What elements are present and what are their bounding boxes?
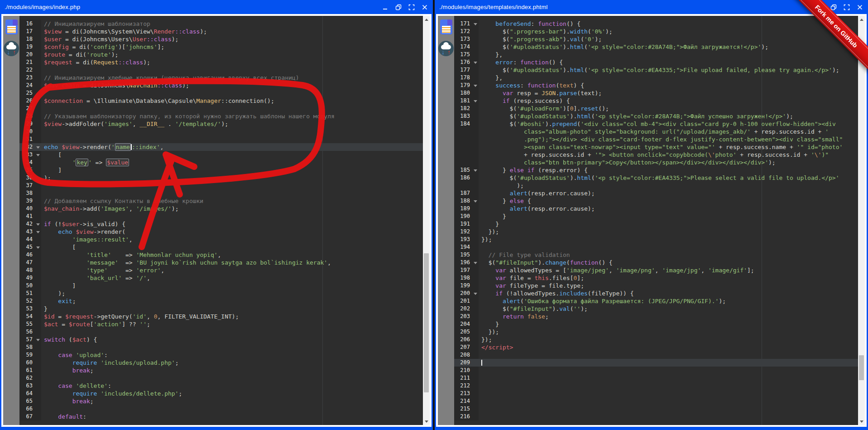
line-number: 188 [454,197,472,205]
fold-marker-icon[interactable] [472,290,479,297]
code-line: 203 return false; [454,313,858,320]
left-window-title: ./modules/images/index.php [5,4,382,10]
code-text: $(".progress-bar").width('0%'); [479,28,613,35]
code-text: $request = di(Request::class); [41,58,150,66]
code-text: $('#uploadStatus').html('<p style="color… [479,66,839,74]
code-line: .png");"></div> <div class="card-footer … [454,135,858,143]
code-line: 31 [19,135,423,143]
left-titlebar: ./modules/images/index.php [0,0,433,14]
line-number: 30 [19,128,35,135]
code-text [479,405,481,413]
scrollbar-thumb[interactable] [424,253,429,392]
line-number: 185 [454,166,472,174]
code-line: 35 ] [19,166,423,174]
code-line: class="btn btn-primary">Copy</button></s… [454,159,858,166]
code-text: alert('Ошибка формата файла Разрешается:… [479,297,726,305]
fold-gutter [472,236,479,243]
restore-button[interactable] [395,4,402,11]
code-text [41,182,44,189]
fork-me-link[interactable]: Fork me on GitHub [789,0,868,74]
left-window-frame: ↑↓ 16// Инициализируем шаблонизатор17$vi… [0,14,433,430]
scrollbar-thumb[interactable] [859,355,864,380]
fold-marker-icon[interactable] [472,97,479,105]
line-number: 66 [19,405,35,413]
fold-marker-icon[interactable] [472,58,479,66]
scroll-down-arrow-icon[interactable] [423,418,430,425]
fold-marker-icon[interactable] [472,166,479,174]
code-line: 210 [454,367,858,374]
code-text: [ [41,243,76,251]
line-number: 181 [454,97,472,105]
code-line: 207</script> [454,343,858,351]
line-number: 205 [454,328,472,336]
code-text: alert(resp.error.cause); [479,205,595,213]
code-text: error: function() { [479,58,563,66]
code-line: 39// Добавляем ссылку Контакты в хлебные… [19,197,423,205]
code-line: 18$user = di(Johncms\Users\User::class); [19,35,423,43]
code-text: ); [41,174,51,182]
line-number: 62 [19,374,35,382]
code-line: 201 alert('Ошибка формата файла Разрешае… [454,297,858,305]
fullscreen-button[interactable] [408,4,415,11]
code-line: 196 $("#fileInput").change(function() { [454,259,858,266]
code-line: 37 [19,182,423,189]
line-number: 56 [19,328,35,336]
line-number: 209 [454,359,472,367]
code-line: 64 require 'includes/dellete.php'; [19,390,423,397]
code-text: if (resp.success) { [479,97,570,105]
code-line: 30 [19,128,423,135]
line-number: 187 [454,189,472,197]
line-number: 198 [454,274,472,282]
scroll-down-arrow-icon[interactable] [858,418,865,425]
code-line: 50 ] [19,282,423,290]
fold-marker-icon[interactable] [35,143,41,151]
code-line: 17$view = di(Johncms\System\View\Render:… [19,28,423,35]
line-number: 197 [454,266,472,274]
code-text [41,189,44,197]
close-button[interactable] [421,4,428,11]
fold-marker-icon[interactable] [472,259,479,266]
left-code-editor[interactable]: 16// Инициализируем шаблонизатор17$view … [19,16,423,425]
code-line: 19$config = di('config')['johncms']; [19,43,423,51]
fold-gutter [35,213,41,220]
line-number: 194 [454,243,472,251]
fold-marker-icon[interactable] [472,197,479,205]
minimize-button[interactable] [382,4,389,11]
code-text [479,351,481,359]
fold-marker-icon[interactable] [35,243,41,251]
fold-gutter [35,328,41,336]
line-number: 67 [19,413,35,420]
save-icon[interactable] [5,19,18,34]
save-icon[interactable] [440,19,452,34]
code-text: 'images::result', [41,236,133,243]
line-number: 179 [454,82,472,89]
fold-marker-icon[interactable] [35,336,41,343]
fold-marker-icon[interactable] [35,228,41,236]
fold-gutter [472,336,479,343]
line-number: 58 [19,343,35,351]
sync-icon[interactable]: ↑↓ [4,41,19,56]
code-line: 59 case 'upload': [19,351,423,359]
code-line: 65 break; [19,397,423,405]
sync-icon[interactable]: ↑↓ [438,41,454,56]
code-line: 23// Инициализируем хлебные крошки (цепо… [19,74,423,82]
fold-marker-icon[interactable] [472,82,479,89]
fold-gutter [35,320,41,328]
code-line: 200 if (!allowedTypes.includes(fileType)… [454,290,858,297]
code-text [479,390,481,397]
fold-marker-icon[interactable] [35,220,41,228]
fold-marker-icon[interactable] [472,20,479,28]
fold-marker-icon[interactable] [35,151,41,159]
code-text: $id = $request->getQuery('id', 0, FILTER… [41,313,239,320]
code-text: }, [479,51,503,58]
fold-gutter [472,205,479,213]
fold-gutter [35,374,41,382]
scroll-up-arrow-icon[interactable] [423,16,430,23]
line-number: 183 [454,112,472,120]
fold-gutter [472,320,479,328]
left-editor-window: ./modules/images/index.php ↑↓ 16// Иници… [0,0,433,430]
line-number: 57 [19,336,35,343]
code-line: 63 case 'dellete': [19,382,423,390]
left-vertical-scrollbar[interactable] [423,16,430,425]
code-line: 182 $('#uploadForm')[0].reset(); [454,105,858,112]
